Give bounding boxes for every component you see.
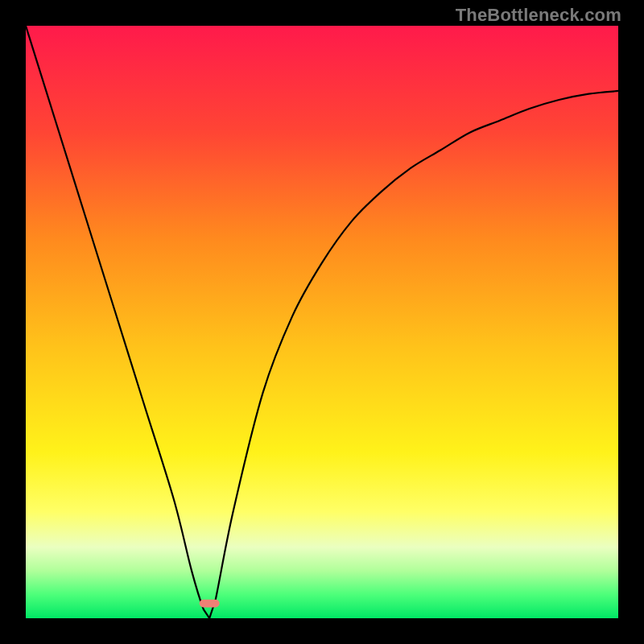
watermark-text: TheBottleneck.com <box>456 5 621 26</box>
chart-svg <box>26 26 618 618</box>
chart-marker <box>200 600 220 608</box>
chart-plot-area <box>26 26 618 618</box>
chart-background <box>26 26 618 618</box>
